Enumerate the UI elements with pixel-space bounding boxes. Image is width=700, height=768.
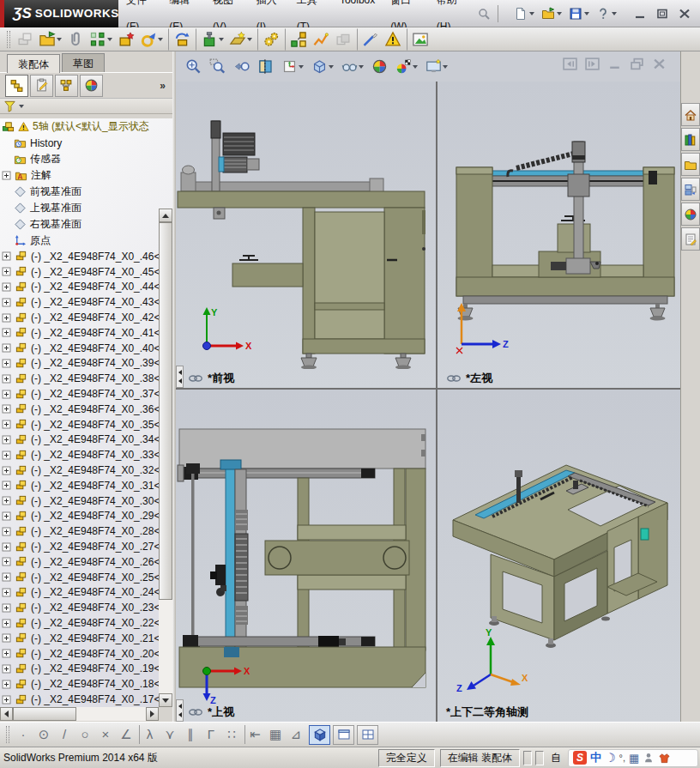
person-icon[interactable]	[643, 752, 655, 764]
configurationmanager-tab[interactable]	[55, 75, 78, 97]
apply-scene-button[interactable]	[393, 56, 420, 77]
skin-shirt-icon[interactable]	[658, 752, 671, 765]
tree-scroll-down-button[interactable]	[159, 693, 172, 707]
expander-icon[interactable]	[2, 481, 11, 490]
sketch-button[interactable]	[357, 28, 382, 51]
tree-item-component[interactable]: (-) _X2_4E948F74_X0_.45<	[0, 264, 172, 280]
expander-icon[interactable]	[2, 251, 11, 261]
expander-icon[interactable]	[2, 603, 11, 613]
length-snap-button[interactable]: ⇤	[244, 725, 265, 744]
sogou-logo-icon[interactable]: S	[573, 751, 587, 765]
expander-icon[interactable]	[2, 633, 11, 643]
perpendicular-snap-button[interactable]: Γ	[201, 725, 221, 744]
tree-item-component[interactable]: (-) _X2_4E948F74_X0_.35<	[0, 417, 172, 432]
tree-scroll-left-button[interactable]	[0, 707, 13, 721]
explode-line-sketch-button[interactable]	[310, 28, 332, 51]
expander-icon[interactable]	[2, 267, 11, 276]
expander-icon[interactable]	[2, 680, 11, 689]
expander-icon[interactable]	[2, 313, 11, 323]
interference-detection-button[interactable]	[332, 28, 354, 51]
tree-item-component[interactable]: (-) _X2_4E948F74_X0_.20<	[0, 646, 172, 662]
expander-icon[interactable]	[2, 619, 11, 628]
expander-icon[interactable]	[2, 343, 11, 353]
propertymanager-tab[interactable]	[30, 75, 53, 97]
expander-icon[interactable]	[2, 664, 11, 674]
dropdown-caret-icon[interactable]	[107, 38, 112, 41]
tab-assembly[interactable]: 装配体	[7, 54, 60, 73]
file-explorer-tab[interactable]	[681, 153, 700, 176]
tree-item-component[interactable]: (-) _X2_4E948F74_X0_.21<	[0, 631, 172, 646]
tree-item-origin[interactable]: 原点	[0, 233, 172, 249]
expander-icon[interactable]	[2, 542, 11, 552]
tree-item-component[interactable]: (-) _X2_4E948F74_X0_.44<	[0, 280, 172, 295]
solidworks-resources-tab[interactable]	[681, 103, 700, 126]
linear-component-pattern-button[interactable]	[87, 28, 115, 51]
expander-icon[interactable]	[2, 557, 11, 566]
tree-item-component[interactable]: (-) _X2_4E948F74_X0_.31<	[0, 478, 172, 493]
filter-funnel-icon[interactable]	[3, 100, 16, 112]
minimize-button[interactable]	[633, 8, 647, 20]
section-view-button[interactable]	[255, 56, 276, 77]
dropdown-caret-icon[interactable]	[158, 38, 163, 41]
polygon-snap-button[interactable]: ○	[75, 725, 95, 744]
tree-item-component[interactable]: (-) _X2_4E948F74_X0_.26<	[0, 554, 172, 570]
dropdown-caret-icon[interactable]	[219, 38, 224, 41]
tree-item-component[interactable]: (-) _X2_4E948F74_X0_.43<	[0, 294, 172, 310]
expander-icon[interactable]	[2, 298, 11, 307]
angle-grid-snap-button[interactable]: ⊿	[286, 725, 306, 744]
featuremanager-tab[interactable]	[5, 75, 28, 97]
tab-sketch[interactable]: 草图	[62, 53, 105, 72]
toolbar-drag-handle[interactable]	[6, 726, 9, 743]
tree-item-component[interactable]: (-) _X2_4E948F74_X0_.17<	[0, 692, 172, 707]
doc-close-button[interactable]	[652, 57, 667, 70]
tree-item-component[interactable]: (-) _X2_4E948F74_X0_.41<	[0, 325, 172, 341]
expander-icon[interactable]	[2, 527, 11, 536]
line-snap-button[interactable]: /	[54, 725, 75, 744]
intersection-snap-button[interactable]: ×	[95, 725, 116, 744]
dropdown-caret-icon[interactable]	[584, 12, 589, 15]
viewport-isometric[interactable]: Y Z X *上下二等角轴测	[438, 390, 680, 722]
viewport-cube-button[interactable]	[309, 725, 330, 745]
dropdown-caret-icon[interactable]	[557, 12, 562, 15]
midpoint-snap-button[interactable]: ⋎	[160, 725, 180, 744]
grid-snap-button[interactable]: ▦	[265, 725, 286, 744]
help-button[interactable]	[594, 4, 619, 23]
update-warning-button[interactable]	[382, 28, 404, 51]
new-document-button[interactable]	[511, 4, 537, 23]
hide-show-items-button[interactable]	[339, 56, 366, 77]
tree-item-root[interactable]: 5轴 (默认<默认_显示状态	[0, 118, 172, 135]
tree-item-component[interactable]: (-) _X2_4E948F74_X0_.36<	[0, 402, 172, 417]
expander-icon[interactable]	[2, 572, 11, 582]
soft-keyboard-icon[interactable]: ▦	[629, 752, 639, 765]
dropdown-caret-icon[interactable]	[413, 65, 418, 69]
motion-study-button[interactable]	[257, 28, 282, 51]
tree-item-component[interactable]: (-) _X2_4E948F74_X0_.37<	[0, 386, 172, 402]
expander-icon[interactable]	[2, 451, 11, 460]
expander-icon[interactable]	[2, 649, 11, 658]
previous-view-button[interactable]	[231, 56, 252, 77]
parallel-snap-button[interactable]: ∥	[180, 725, 201, 744]
tree-item-component[interactable]: (-) _X2_4E948F74_X0_.19<	[0, 662, 172, 677]
dropdown-caret-icon[interactable]	[612, 12, 617, 15]
expander-icon[interactable]	[2, 328, 11, 337]
tree-item-annotations[interactable]: 注解	[0, 167, 172, 184]
design-library-tab[interactable]	[681, 128, 700, 151]
punctuation-icon[interactable]: °,	[619, 753, 625, 763]
expander-icon[interactable]	[2, 404, 11, 414]
exploded-view-button[interactable]	[285, 28, 310, 51]
tree-item-front-plane[interactable]: 前视基准面	[0, 184, 172, 200]
display-style-button[interactable]	[309, 56, 336, 77]
filter-caret-icon[interactable]	[19, 105, 24, 108]
viewport-left[interactable]: Z *左视	[438, 82, 680, 388]
full-half-moon-icon[interactable]: ☽	[605, 751, 616, 765]
tree-item-component[interactable]: (-) _X2_4E948F74_X0_.23<	[0, 600, 172, 615]
expander-icon[interactable]	[2, 511, 11, 521]
dropdown-caret-icon[interactable]	[299, 65, 304, 69]
chinese-mode-icon[interactable]: 中	[590, 750, 601, 765]
dropdown-caret-icon[interactable]	[57, 38, 62, 41]
tree-item-component[interactable]: (-) _X2_4E948F74_X0_.27<	[0, 539, 172, 554]
tree-item-component[interactable]: (-) _X2_4E948F74_X0_.38<	[0, 371, 172, 386]
dropdown-caret-icon[interactable]	[359, 65, 364, 69]
expander-icon[interactable]	[2, 420, 11, 429]
tree-scroll-up-button[interactable]	[159, 209, 172, 222]
